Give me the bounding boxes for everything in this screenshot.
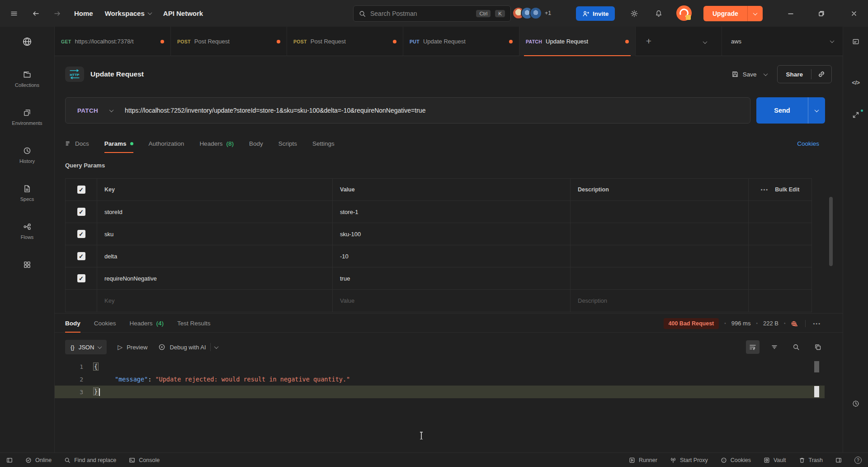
notifications-bell-icon[interactable] xyxy=(654,9,664,19)
two-pane-view-button[interactable] xyxy=(835,457,842,463)
vault-button[interactable]: Vault xyxy=(764,457,786,463)
new-tab-button[interactable]: + xyxy=(642,35,655,48)
request-tab[interactable]: PUT Update Request xyxy=(403,27,519,56)
select-all-checkbox[interactable]: ✓ xyxy=(77,186,85,194)
method-selector[interactable]: PATCH xyxy=(66,107,125,114)
presence-avatars[interactable]: +1 xyxy=(512,7,551,19)
response-tab-cookies[interactable]: Cookies xyxy=(94,314,116,333)
start-proxy-button[interactable]: Start Proxy xyxy=(670,457,708,463)
tab-overflow-chevron[interactable] xyxy=(703,38,707,45)
request-tab-active[interactable]: PATCH Update Request xyxy=(519,27,636,56)
editor-scrollbar-mark[interactable] xyxy=(814,386,819,397)
filter-button[interactable] xyxy=(768,340,781,354)
param-value-cell[interactable]: -10 xyxy=(333,245,571,267)
save-button[interactable]: Save xyxy=(731,71,768,78)
row-checkbox[interactable]: ✓ xyxy=(77,252,85,260)
console-button[interactable]: Console xyxy=(129,457,160,463)
search-input[interactable] xyxy=(370,10,472,17)
find-and-replace-button[interactable]: Find and replace xyxy=(64,457,116,463)
expand-pane-icon[interactable] xyxy=(843,107,868,123)
share-button[interactable]: Share xyxy=(777,65,832,83)
param-value-placeholder[interactable]: Value xyxy=(333,290,571,312)
copy-link-icon[interactable] xyxy=(811,69,831,79)
save-options-chevron[interactable] xyxy=(764,71,768,76)
network-warning-icon[interactable] xyxy=(791,320,798,327)
param-description-placeholder[interactable]: Description xyxy=(571,290,749,312)
window-minimize-icon[interactable] xyxy=(785,8,797,19)
row-checkbox[interactable]: ✓ xyxy=(77,274,85,282)
send-options-chevron[interactable] xyxy=(808,97,825,124)
sidebar-item-collections[interactable]: Collections xyxy=(0,71,54,109)
upgrade-button[interactable]: Upgrade xyxy=(703,6,763,21)
environment-quick-look-icon[interactable] xyxy=(843,27,868,56)
invite-button[interactable]: Invite xyxy=(576,6,615,21)
window-close-icon[interactable] xyxy=(848,8,860,19)
tab-headers[interactable]: Headers (8) xyxy=(199,134,234,153)
workspace-globe-icon[interactable] xyxy=(0,27,55,56)
editor-scrollbar-mark[interactable] xyxy=(814,361,819,372)
tab-authorization[interactable]: Authorization xyxy=(149,134,184,153)
online-status[interactable]: Online xyxy=(25,457,52,463)
tab-settings[interactable]: Settings xyxy=(312,134,335,153)
row-checkbox[interactable]: ✓ xyxy=(77,230,85,238)
param-description-cell[interactable] xyxy=(571,201,749,223)
tab-body[interactable]: Body xyxy=(249,134,263,153)
runner-button[interactable]: Runner xyxy=(629,457,657,463)
back-arrow-icon[interactable] xyxy=(31,9,41,19)
response-tab-headers[interactable]: Headers (4) xyxy=(130,314,164,333)
param-key-cell[interactable]: sku xyxy=(97,223,333,245)
window-maximize-icon[interactable] xyxy=(816,8,827,19)
cookies-button[interactable]: Cookies xyxy=(721,457,751,463)
param-key-cell[interactable]: storeId xyxy=(97,201,333,223)
response-time[interactable]: 996 ms xyxy=(731,320,751,327)
status-badge[interactable]: 400 Bad Request xyxy=(664,318,719,329)
wrap-text-button[interactable] xyxy=(746,340,760,354)
preview-button[interactable]: ▷ Preview xyxy=(118,343,147,351)
request-tab[interactable]: POST Post Request xyxy=(287,27,403,56)
response-body-editor[interactable]: 1 { 2 "message": "Update rejected: would… xyxy=(55,360,825,453)
copy-response-button[interactable] xyxy=(811,340,825,354)
send-button[interactable]: Send xyxy=(756,97,825,124)
environment-selector[interactable]: aws xyxy=(722,27,843,56)
response-tab-test-results[interactable]: Test Results xyxy=(177,314,211,333)
toggle-sidebar-button[interactable] xyxy=(6,457,13,463)
sidebar-item-environments[interactable]: Environments xyxy=(0,109,54,147)
param-key-placeholder[interactable]: Key xyxy=(97,290,333,312)
response-tab-body[interactable]: Body xyxy=(65,314,80,333)
sidebar-item-flows[interactable]: Flows xyxy=(0,223,54,261)
nav-api-network[interactable]: API Network xyxy=(163,10,203,17)
upgrade-dropdown[interactable] xyxy=(747,6,763,21)
param-key-cell[interactable]: requireNonNegative xyxy=(97,267,333,289)
cookies-link[interactable]: Cookies xyxy=(797,134,819,153)
response-format-dropdown[interactable]: {} JSON xyxy=(65,340,107,354)
postman-logo[interactable] xyxy=(676,5,692,21)
param-value-cell[interactable]: store-1 xyxy=(333,201,571,223)
nav-workspaces[interactable]: Workspaces xyxy=(105,10,151,17)
sidebar-more-apps[interactable] xyxy=(0,261,54,279)
row-checkbox[interactable]: ✓ xyxy=(77,208,85,216)
params-scrollbar[interactable] xyxy=(829,197,833,266)
request-tab[interactable]: POST Post Request xyxy=(171,27,287,56)
debug-with-ai-button[interactable]: Debug with AI xyxy=(158,343,217,351)
history-clock-icon[interactable] xyxy=(843,396,868,412)
code-snippet-icon[interactable]: </> xyxy=(843,74,868,91)
param-description-cell[interactable] xyxy=(571,245,749,267)
avatar[interactable] xyxy=(529,7,542,19)
sidebar-item-specs[interactable]: Specs xyxy=(0,185,54,223)
forward-arrow-icon[interactable] xyxy=(52,9,62,19)
search-response-button[interactable] xyxy=(789,340,803,354)
url-input[interactable] xyxy=(125,107,750,114)
tab-params[interactable]: Params xyxy=(104,134,133,153)
hamburger-menu-icon[interactable] xyxy=(9,9,19,19)
settings-gear-icon[interactable] xyxy=(629,9,639,19)
param-value-cell[interactable]: sku-100 xyxy=(333,223,571,245)
response-more-options[interactable]: ••• xyxy=(813,321,821,326)
param-description-cell[interactable] xyxy=(571,223,749,245)
global-search[interactable]: Ctrl K xyxy=(353,5,511,22)
tab-scripts[interactable]: Scripts xyxy=(278,134,297,153)
request-tab[interactable]: GET https://localhost:7378/t xyxy=(55,27,171,56)
avatar-overflow-count[interactable]: +1 xyxy=(545,10,551,16)
tab-docs[interactable]: Docs xyxy=(65,134,89,153)
trash-button[interactable]: Trash xyxy=(799,457,823,463)
bulk-edit-button[interactable]: ••• Bulk Edit xyxy=(749,179,811,200)
